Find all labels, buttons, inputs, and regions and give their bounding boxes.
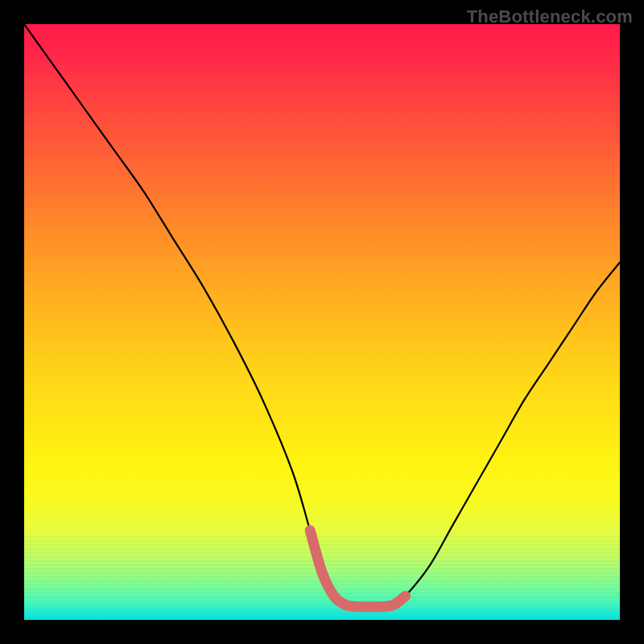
bottleneck-curve-path xyxy=(24,24,620,608)
curve-svg xyxy=(24,24,620,620)
chart-plot-area xyxy=(24,24,620,620)
watermark-text: TheBottleneck.com xyxy=(467,6,633,27)
comfort-zone-highlight xyxy=(310,530,405,607)
